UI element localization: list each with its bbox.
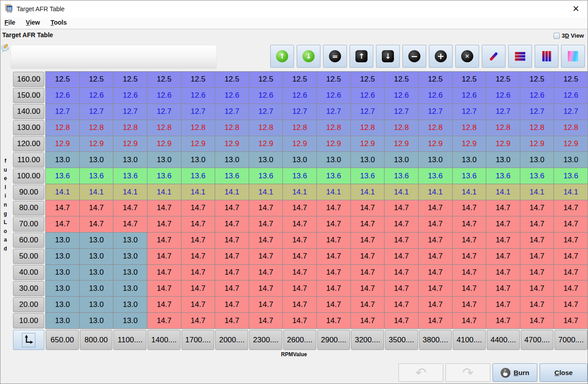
column-header[interactable]: 2300....: [249, 330, 282, 350]
afr-cell[interactable]: 14.7: [453, 297, 486, 312]
afr-cell[interactable]: 14.7: [283, 265, 316, 280]
afr-cell[interactable]: 14.1: [283, 184, 316, 200]
multiply-button[interactable]: ✕: [455, 45, 479, 68]
afr-cell[interactable]: 14.7: [351, 233, 385, 248]
afr-cell[interactable]: 14.7: [317, 297, 350, 312]
row-header[interactable]: 90.00: [13, 185, 44, 200]
afr-cell[interactable]: 14.7: [520, 216, 554, 232]
afr-cell[interactable]: 12.5: [283, 72, 316, 87]
afr-cell[interactable]: 14.1: [46, 184, 79, 200]
afr-cell[interactable]: 14.7: [486, 297, 520, 312]
afr-cell[interactable]: 12.7: [351, 104, 385, 120]
afr-cell[interactable]: 12.9: [215, 136, 249, 152]
afr-cell[interactable]: 14.7: [182, 200, 215, 216]
afr-cell[interactable]: 14.7: [351, 313, 385, 328]
afr-cell[interactable]: 13.6: [554, 168, 588, 184]
row-header[interactable]: 120.00: [13, 136, 44, 151]
afr-cell[interactable]: 14.7: [453, 265, 486, 280]
afr-cell[interactable]: 12.9: [554, 136, 588, 152]
afr-cell[interactable]: 12.6: [147, 88, 181, 104]
afr-cell[interactable]: 14.7: [80, 216, 113, 232]
undo-button[interactable]: ↶: [398, 363, 443, 382]
afr-cell[interactable]: 14.7: [554, 216, 588, 232]
afr-cell[interactable]: 12.9: [453, 136, 486, 152]
afr-cell[interactable]: 12.7: [554, 104, 588, 120]
afr-cell[interactable]: 12.6: [249, 88, 283, 104]
afr-cell[interactable]: 12.8: [249, 120, 283, 136]
afr-cell[interactable]: 14.7: [351, 297, 385, 312]
afr-cell[interactable]: 13.0: [113, 297, 147, 312]
row-header[interactable]: 10.00: [13, 313, 44, 328]
afr-cell[interactable]: 12.6: [80, 88, 113, 104]
afr-cell[interactable]: 12.8: [486, 120, 520, 136]
afr-cell[interactable]: 13.6: [419, 168, 452, 184]
afr-cell[interactable]: 14.7: [317, 313, 350, 328]
afr-cell[interactable]: 13.0: [80, 313, 113, 328]
afr-cell[interactable]: 14.1: [215, 184, 249, 200]
afr-cell[interactable]: 14.7: [385, 249, 418, 264]
afr-cell[interactable]: 14.7: [554, 200, 588, 216]
afr-cell[interactable]: 14.7: [215, 313, 249, 328]
afr-cell[interactable]: 14.7: [147, 313, 181, 328]
afr-cell[interactable]: 12.7: [317, 104, 350, 120]
afr-cell[interactable]: 12.9: [486, 136, 520, 152]
afr-cell[interactable]: 13.0: [113, 233, 147, 248]
afr-cell[interactable]: 14.7: [486, 313, 520, 328]
afr-cell[interactable]: 14.7: [520, 249, 554, 264]
afr-cell[interactable]: 13.0: [215, 152, 249, 168]
increment-button[interactable]: +: [429, 45, 453, 68]
afr-cell[interactable]: 12.9: [46, 136, 79, 152]
afr-cell[interactable]: 14.7: [147, 216, 181, 232]
afr-cell[interactable]: 14.1: [182, 184, 215, 200]
afr-cell[interactable]: 14.7: [147, 265, 181, 280]
menu-file[interactable]: File: [0, 17, 20, 26]
afr-cell[interactable]: 13.6: [351, 168, 385, 184]
afr-cell[interactable]: 12.5: [182, 72, 215, 87]
menu-tools[interactable]: Tools: [47, 17, 71, 26]
afr-cell[interactable]: 14.7: [419, 200, 452, 216]
afr-cell[interactable]: 14.7: [351, 265, 385, 280]
afr-cell[interactable]: 14.7: [249, 200, 283, 216]
afr-cell[interactable]: 12.7: [147, 104, 181, 120]
afr-cell[interactable]: 12.6: [453, 88, 486, 104]
afr-cell[interactable]: 14.7: [385, 265, 418, 280]
afr-cell[interactable]: 13.6: [147, 168, 181, 184]
afr-cell[interactable]: 12.5: [385, 72, 418, 87]
afr-cell[interactable]: 13.0: [419, 152, 452, 168]
afr-cell[interactable]: 14.7: [182, 216, 215, 232]
afr-cell[interactable]: 14.1: [520, 184, 554, 200]
afr-cell[interactable]: 13.0: [147, 152, 181, 168]
afr-cell[interactable]: 12.6: [486, 88, 520, 104]
afr-cell[interactable]: 12.7: [486, 104, 520, 120]
afr-cell[interactable]: 13.0: [317, 152, 350, 168]
afr-cell[interactable]: 14.7: [182, 313, 215, 328]
afr-cell[interactable]: 13.0: [182, 152, 215, 168]
afr-cell[interactable]: 13.0: [283, 152, 316, 168]
afr-cell[interactable]: 13.0: [46, 233, 79, 248]
afr-cell[interactable]: 12.7: [249, 104, 283, 120]
afr-cell[interactable]: 14.7: [351, 280, 385, 296]
afr-cell[interactable]: 12.9: [80, 136, 113, 152]
close-button[interactable]: Close: [540, 363, 588, 382]
afr-cell[interactable]: 13.6: [283, 168, 316, 184]
afr-cell[interactable]: 12.7: [46, 104, 79, 120]
afr-cell[interactable]: 12.8: [317, 120, 350, 136]
afr-cell[interactable]: 12.8: [554, 120, 588, 136]
burn-button[interactable]: Burn: [493, 363, 537, 382]
afr-cell[interactable]: 14.7: [453, 249, 486, 264]
afr-cell[interactable]: 12.8: [283, 120, 316, 136]
afr-cell[interactable]: 12.7: [182, 104, 215, 120]
afr-cell[interactable]: 14.7: [419, 216, 452, 232]
afr-cell[interactable]: 14.7: [249, 216, 283, 232]
edit-note-bubble-icon[interactable]: [1, 43, 10, 54]
afr-cell[interactable]: 14.7: [182, 297, 215, 312]
afr-cell[interactable]: 12.6: [113, 88, 147, 104]
afr-cell[interactable]: 13.0: [453, 152, 486, 168]
afr-cell[interactable]: 14.7: [453, 280, 486, 296]
afr-cell[interactable]: 14.7: [385, 200, 418, 216]
afr-cell[interactable]: 12.5: [215, 72, 249, 87]
afr-cell[interactable]: 12.8: [147, 120, 181, 136]
afr-cell[interactable]: 14.7: [520, 200, 554, 216]
afr-cell[interactable]: 14.7: [147, 297, 181, 312]
afr-cell[interactable]: 12.8: [351, 120, 385, 136]
